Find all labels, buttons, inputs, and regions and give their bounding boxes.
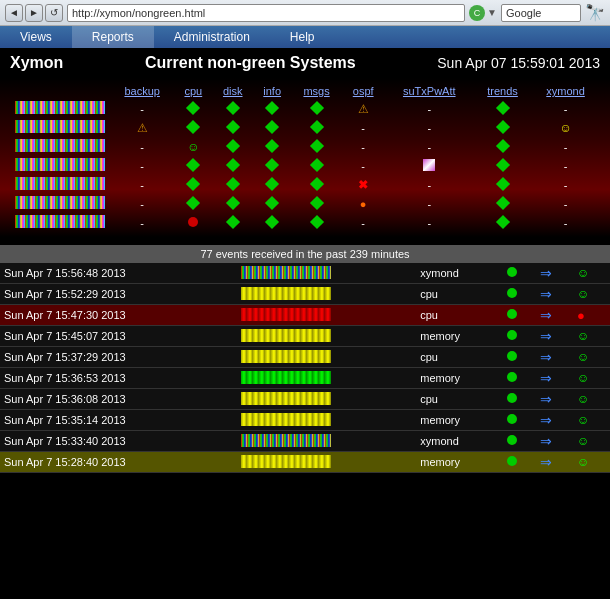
event-to-status: ☺ <box>577 455 589 469</box>
status-diamond[interactable] <box>309 119 323 133</box>
status-diamond[interactable] <box>186 157 200 171</box>
status-diamond[interactable] <box>186 176 200 190</box>
status-diamond[interactable] <box>495 138 509 152</box>
status-diamond[interactable] <box>186 100 200 114</box>
event-from-status <box>507 330 517 340</box>
host-label[interactable] <box>15 177 105 190</box>
status-x[interactable]: ✖ <box>358 178 368 192</box>
status-diamond[interactable] <box>309 214 323 228</box>
event-to-status: ☺ <box>577 329 589 343</box>
col-xymond[interactable]: xymond <box>531 83 600 99</box>
nav-item-reports[interactable]: Reports <box>72 26 154 48</box>
forward-button[interactable]: ► <box>25 4 43 22</box>
status-diamond[interactable] <box>265 157 279 171</box>
col-cpu[interactable]: cpu <box>174 83 212 99</box>
status-icon[interactable]: ⚠ <box>358 102 369 116</box>
nav-item-views[interactable]: Views <box>0 26 72 48</box>
arrow-icon: ⇒ <box>540 349 552 365</box>
arrow-icon: ⇒ <box>540 265 552 281</box>
arrow-icon: ⇒ <box>540 412 552 428</box>
host-label[interactable] <box>15 158 105 171</box>
col-sutxpwatt[interactable]: suTxPwAtt <box>384 83 474 99</box>
event-time: Sun Apr 7 15:33:40 2013 <box>0 431 237 452</box>
status-diamond[interactable] <box>226 119 240 133</box>
status-diamond[interactable] <box>495 119 509 133</box>
col-ospf[interactable]: ospf <box>342 83 385 99</box>
event-time: Sun Apr 7 15:28:40 2013 <box>0 452 237 473</box>
status-diamond[interactable] <box>265 100 279 114</box>
status-diamond[interactable] <box>265 214 279 228</box>
nav-item-administration[interactable]: Administration <box>154 26 270 48</box>
col-backup[interactable]: backup <box>110 83 174 99</box>
event-host-label[interactable] <box>241 455 331 468</box>
search-text: Google <box>506 7 541 19</box>
event-host-label[interactable] <box>241 329 331 342</box>
status-diamond[interactable] <box>226 138 240 152</box>
status-diamond[interactable] <box>265 138 279 152</box>
status-diamond[interactable] <box>495 157 509 171</box>
event-host-label[interactable] <box>241 413 331 426</box>
status-diamond[interactable] <box>495 176 509 190</box>
extensions-button[interactable]: 🔭 <box>585 3 605 22</box>
event-time: Sun Apr 7 15:47:30 2013 <box>0 305 237 326</box>
status-diamond[interactable] <box>265 119 279 133</box>
status-diamond[interactable] <box>226 214 240 228</box>
status-diamond[interactable] <box>226 195 240 209</box>
col-info[interactable]: info <box>253 83 291 99</box>
browser-icon: C <box>469 5 485 21</box>
event-service: xymond <box>416 263 503 284</box>
status-icon[interactable]: ● <box>360 198 367 210</box>
status-diamond[interactable] <box>495 100 509 114</box>
status-diamond[interactable] <box>309 138 323 152</box>
status-diamond[interactable] <box>495 195 509 209</box>
host-label[interactable] <box>15 101 105 114</box>
nav-menu: Views Reports Administration Help <box>0 26 610 48</box>
event-to-status: ☺ <box>577 413 589 427</box>
event-host-label[interactable] <box>241 266 331 279</box>
address-bar[interactable]: http://xymon/nongreen.html <box>67 4 465 22</box>
col-disk[interactable]: disk <box>212 83 253 99</box>
status-circle[interactable] <box>188 217 198 227</box>
nav-item-help[interactable]: Help <box>270 26 335 48</box>
status-diamond[interactable] <box>226 157 240 171</box>
status-smiley[interactable]: ☺ <box>559 121 571 135</box>
status-diamond[interactable] <box>186 195 200 209</box>
event-host-label[interactable] <box>241 392 331 405</box>
status-smiley[interactable]: ☺ <box>187 140 199 154</box>
host-label[interactable] <box>15 139 105 152</box>
event-host-label[interactable] <box>241 434 331 447</box>
status-diamond[interactable] <box>186 119 200 133</box>
dropdown-arrow: ▼ <box>487 7 497 18</box>
status-diamond[interactable] <box>309 176 323 190</box>
event-host-label[interactable] <box>241 308 331 321</box>
event-host-label[interactable] <box>241 350 331 363</box>
event-row: Sun Apr 7 15:35:14 2013 memory ⇒ ☺ <box>0 410 610 431</box>
status-diamond[interactable] <box>265 195 279 209</box>
event-time: Sun Apr 7 15:45:07 2013 <box>0 326 237 347</box>
col-msgs[interactable]: msgs <box>291 83 342 99</box>
status-icon[interactable]: ⚠ <box>137 121 148 135</box>
event-time: Sun Apr 7 15:36:08 2013 <box>0 389 237 410</box>
host-label[interactable] <box>15 196 105 209</box>
status-diamond[interactable] <box>265 176 279 190</box>
col-trends[interactable]: trends <box>474 83 531 99</box>
status-diamond[interactable] <box>226 176 240 190</box>
events-section: 77 events received in the past 239 minut… <box>0 245 610 473</box>
back-button[interactable]: ◄ <box>5 4 23 22</box>
search-box[interactable]: Google <box>501 4 581 22</box>
status-special[interactable] <box>423 159 435 171</box>
host-label[interactable] <box>15 120 105 133</box>
table-row: - ☺ - - - <box>10 137 600 156</box>
refresh-button[interactable]: ↺ <box>45 4 63 22</box>
status-diamond[interactable] <box>226 100 240 114</box>
host-label[interactable] <box>15 215 105 228</box>
event-to-status: ☺ <box>577 350 589 364</box>
status-diamond[interactable] <box>309 195 323 209</box>
status-diamond[interactable] <box>309 157 323 171</box>
event-host-label[interactable] <box>241 371 331 384</box>
page-time: Sun Apr 07 15:59:01 2013 <box>437 55 600 71</box>
event-host-label[interactable] <box>241 287 331 300</box>
arrow-icon: ⇒ <box>540 391 552 407</box>
status-diamond[interactable] <box>495 214 509 228</box>
status-diamond[interactable] <box>309 100 323 114</box>
